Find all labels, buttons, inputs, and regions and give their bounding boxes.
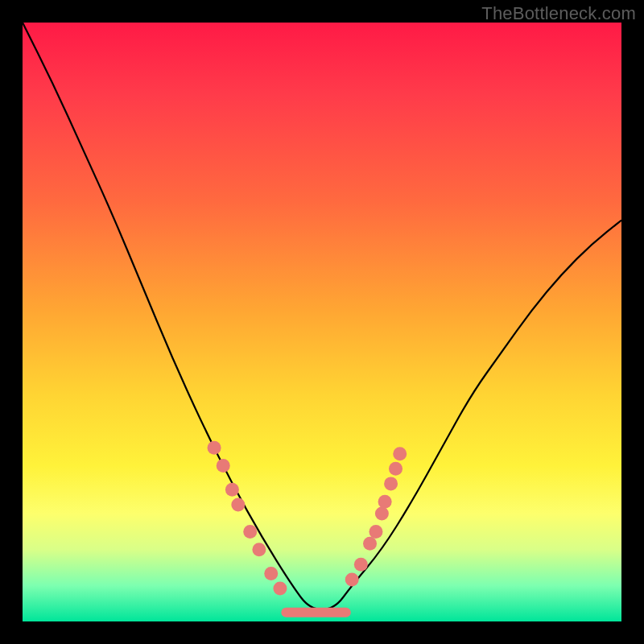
watermark-text: TheBottleneck.com (481, 3, 636, 24)
marker-dot (273, 582, 287, 596)
marker-dot (225, 483, 239, 497)
marker-dot (378, 495, 392, 509)
right-arm-markers (345, 447, 407, 586)
marker-dot (264, 567, 278, 580)
marker-dot (345, 572, 359, 586)
marker-dot (354, 558, 368, 572)
marker-dot (243, 525, 257, 539)
marker-dot (369, 525, 382, 539)
marker-dot (217, 459, 230, 473)
marker-dot (389, 462, 402, 476)
bottleneck-curve (23, 23, 621, 609)
marker-dot (375, 507, 389, 521)
marker-dot (363, 537, 377, 551)
marker-dot (208, 441, 221, 455)
curve-svg (23, 23, 621, 621)
marker-dot (384, 477, 398, 490)
plot-area (23, 23, 621, 621)
marker-dot (231, 497, 245, 511)
marker-dot (393, 447, 407, 460)
marker-dot (252, 543, 266, 556)
chart-frame: TheBottleneck.com (0, 0, 644, 644)
left-arm-markers (208, 441, 287, 596)
